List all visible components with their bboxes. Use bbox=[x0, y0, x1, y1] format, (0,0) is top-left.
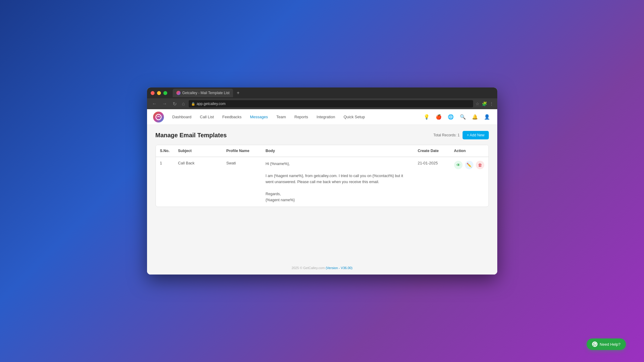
tab-title: Getcalley - Mail Template List bbox=[182, 91, 230, 95]
footer-text: 2025 © GetCalley.com bbox=[292, 266, 325, 270]
body-text: Hi {%name%}, I am {%agent name%}, from g… bbox=[265, 161, 409, 203]
nav-feedbacks[interactable]: Feedbacks bbox=[219, 113, 245, 121]
nav-messages[interactable]: Messages bbox=[246, 113, 271, 121]
active-tab[interactable]: Getcalley - Mail Template List bbox=[173, 89, 233, 97]
app-content: Dashboard Call List Feedbacks Messages T… bbox=[147, 109, 497, 275]
col-action: Action bbox=[450, 145, 489, 157]
url-bar[interactable]: 🔒 app.getcalley.com bbox=[189, 100, 473, 107]
page-footer: 2025 © GetCalley.com (Version - V36.00) bbox=[147, 261, 497, 275]
col-body: Body bbox=[261, 145, 413, 157]
nav-dashboard[interactable]: Dashboard bbox=[169, 113, 195, 121]
svg-point-0 bbox=[156, 114, 161, 120]
title-bar: Getcalley - Mail Template List + bbox=[147, 87, 497, 98]
menu-icon[interactable]: ⋮ bbox=[489, 101, 494, 106]
row-body: Hi {%name%}, I am {%agent name%}, from g… bbox=[261, 157, 413, 207]
col-date: Create Date bbox=[414, 145, 450, 157]
row-subject: Call Back bbox=[174, 157, 222, 207]
close-button[interactable] bbox=[151, 91, 155, 95]
nav-call-list[interactable]: Call List bbox=[196, 113, 217, 121]
apple-icon[interactable]: 🍎 bbox=[434, 113, 443, 121]
page-title: Manage Email Templates bbox=[155, 132, 227, 139]
nav-integration[interactable]: Integration bbox=[313, 113, 339, 121]
header-right: Total Records: 1 + Add New bbox=[433, 131, 489, 139]
row-actions: 👁 ✏️ 🗑 bbox=[450, 157, 489, 207]
body-line3: Regards, bbox=[265, 191, 409, 197]
nav-team[interactable]: Team bbox=[273, 113, 290, 121]
nav-reports[interactable]: Reports bbox=[291, 113, 312, 121]
bookmark-icon[interactable]: ☆ bbox=[476, 101, 479, 106]
navbar: Dashboard Call List Feedbacks Messages T… bbox=[147, 109, 497, 125]
edit-button[interactable]: ✏️ bbox=[465, 161, 473, 169]
browser-window: Getcalley - Mail Template List + ← → ↻ ⌂… bbox=[147, 87, 497, 275]
forward-button[interactable]: → bbox=[161, 100, 169, 107]
need-help-button[interactable]: Need Help? bbox=[587, 338, 626, 350]
body-line4: {%agent name%} bbox=[265, 197, 409, 203]
whatsapp-icon bbox=[592, 341, 598, 347]
body-line2: I am {%agent name%}, from getcalley.com.… bbox=[265, 173, 409, 185]
row-profile: Swati bbox=[222, 157, 261, 207]
nav-links: Dashboard Call List Feedbacks Messages T… bbox=[169, 113, 422, 121]
version-link[interactable]: (Version - V36.00) bbox=[326, 266, 353, 270]
nav-quick-setup[interactable]: Quick Setup bbox=[340, 113, 369, 121]
minimize-button[interactable] bbox=[157, 91, 161, 95]
brand-logo bbox=[153, 112, 164, 122]
url-text: app.getcalley.com bbox=[197, 102, 226, 106]
table-container: S.No. Subject Profile Name Body Create D… bbox=[155, 145, 489, 207]
table-header-row: S.No. Subject Profile Name Body Create D… bbox=[156, 145, 489, 157]
tab-favicon bbox=[176, 91, 181, 95]
maximize-button[interactable] bbox=[163, 91, 167, 95]
search-icon[interactable]: 🔍 bbox=[459, 113, 467, 121]
bell-icon[interactable]: 🔔 bbox=[471, 113, 479, 121]
table-body: 1 Call Back Swati Hi {%name%}, I am {%ag… bbox=[156, 157, 489, 207]
delete-button[interactable]: 🗑 bbox=[476, 161, 484, 169]
body-line1: Hi {%name%}, bbox=[265, 161, 409, 167]
need-help-label: Need Help? bbox=[600, 342, 620, 347]
col-profile: Profile Name bbox=[222, 145, 261, 157]
globe-icon[interactable]: 🌐 bbox=[447, 113, 455, 121]
user-icon[interactable]: 👤 bbox=[483, 113, 491, 121]
action-icons: 👁 ✏️ 🗑 bbox=[454, 161, 484, 169]
total-records: Total Records: 1 bbox=[433, 133, 460, 137]
back-button[interactable]: ← bbox=[151, 100, 159, 107]
tab-bar: Getcalley - Mail Template List + bbox=[173, 89, 494, 97]
table-header: S.No. Subject Profile Name Body Create D… bbox=[156, 145, 489, 157]
refresh-button[interactable]: ↻ bbox=[171, 100, 178, 107]
light-icon[interactable]: 💡 bbox=[422, 113, 431, 121]
email-templates-table: S.No. Subject Profile Name Body Create D… bbox=[156, 145, 489, 207]
col-sno: S.No. bbox=[156, 145, 174, 157]
add-new-button[interactable]: + Add New bbox=[463, 131, 489, 139]
eye-icon: 👁 bbox=[456, 163, 460, 167]
browser-action-icons: ☆ 🧩 ⋮ bbox=[476, 101, 494, 106]
page-header: Manage Email Templates Total Records: 1 … bbox=[155, 131, 489, 139]
new-tab-button[interactable]: + bbox=[235, 90, 241, 96]
row-sno: 1 bbox=[156, 157, 174, 207]
page-main: Manage Email Templates Total Records: 1 … bbox=[147, 125, 497, 261]
edit-icon: ✏️ bbox=[466, 163, 472, 167]
trash-icon: 🗑 bbox=[478, 163, 482, 167]
row-date: 21-01-2025 bbox=[414, 157, 450, 207]
home-button[interactable]: ⌂ bbox=[181, 100, 187, 107]
table-row: 1 Call Back Swati Hi {%name%}, I am {%ag… bbox=[156, 157, 489, 207]
address-bar: ← → ↻ ⌂ 🔒 app.getcalley.com ☆ 🧩 ⋮ bbox=[147, 98, 497, 109]
col-subject: Subject bbox=[174, 145, 222, 157]
nav-icons: 💡 🍎 🌐 🔍 🔔 👤 bbox=[422, 113, 491, 121]
extension-icon[interactable]: 🧩 bbox=[482, 101, 487, 106]
view-button[interactable]: 👁 bbox=[454, 161, 463, 169]
